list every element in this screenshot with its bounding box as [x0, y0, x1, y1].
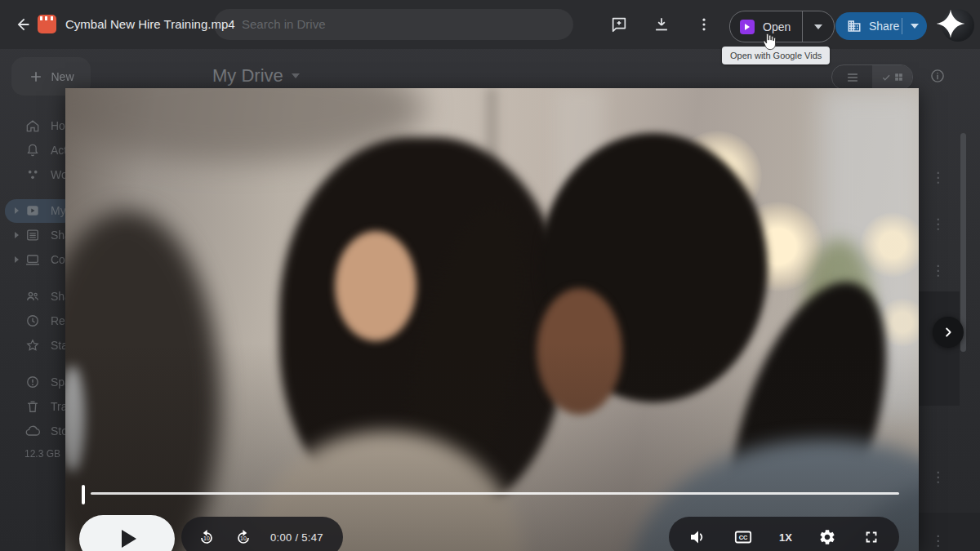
- file-title: Cymbal New Hire Training.mp4: [65, 17, 235, 31]
- plus-icon: [28, 69, 44, 85]
- hand-cursor: [760, 32, 778, 51]
- background-panel: [919, 513, 980, 551]
- cloud-icon: [24, 423, 41, 439]
- share-split-button: Share: [835, 12, 927, 40]
- shared-drives-icon: [24, 227, 41, 243]
- share-button-label: Share: [869, 20, 899, 33]
- chevron-down-icon: [814, 24, 822, 29]
- grid-icon: [893, 72, 904, 82]
- svg-text:10: 10: [203, 535, 210, 541]
- captions-button[interactable]: CC: [733, 527, 753, 547]
- video-player[interactable]: 10 10 0:00 / 5:47 CC 1X: [65, 88, 919, 551]
- chevron-down-icon: [911, 24, 919, 29]
- rewind-10-button[interactable]: 10: [197, 527, 216, 547]
- kebab-menu-icon: [696, 16, 712, 33]
- clock-icon: [24, 313, 41, 329]
- open-with-dropdown-button[interactable]: [803, 11, 834, 42]
- more-options-icon: ⋮: [931, 168, 942, 188]
- player-right-controls: CC 1X: [669, 517, 899, 551]
- next-item-button[interactable]: [933, 317, 964, 348]
- bell-icon: [24, 142, 41, 158]
- check-icon: [881, 73, 891, 82]
- my-drive-heading-label: My Drive: [212, 65, 283, 87]
- more-options-icon: ⋮: [931, 261, 942, 281]
- add-comment-icon: [610, 16, 628, 33]
- play-button[interactable]: [79, 515, 175, 551]
- video-frame-content: [65, 88, 919, 551]
- back-button[interactable]: [11, 12, 36, 37]
- player-left-controls: 10 10 0:00 / 5:47: [181, 517, 343, 551]
- arrow-left-icon: [15, 16, 33, 33]
- video-playhead[interactable]: [82, 485, 85, 504]
- new-button-label: New: [51, 70, 74, 83]
- share-dropdown-button[interactable]: [902, 12, 927, 40]
- drive-video-preview: Search in Drive New My Drive Home Activi…: [0, 0, 980, 551]
- gemini-sparkle-icon: [934, 7, 967, 40]
- more-options-icon: ⋮: [931, 468, 942, 487]
- video-file-icon: [38, 15, 56, 33]
- more-options-icon: ⋮: [931, 215, 942, 234]
- volume-button[interactable]: [688, 527, 707, 547]
- google-vids-icon: [740, 20, 755, 34]
- play-icon: [122, 530, 136, 548]
- people-icon: [24, 288, 41, 304]
- settings-gear-button[interactable]: [818, 528, 836, 546]
- forward-10-button[interactable]: 10: [234, 527, 253, 547]
- more-options-icon: ⋮: [931, 531, 942, 551]
- home-icon: [24, 118, 41, 134]
- expand-caret-icon: [15, 207, 19, 214]
- my-drive-icon: [24, 202, 41, 219]
- download-button[interactable]: [652, 15, 671, 34]
- workspaces-icon: [24, 167, 41, 183]
- download-icon: [653, 16, 670, 33]
- time-display: 0:00 / 5:47: [270, 531, 323, 544]
- share-button[interactable]: Share: [835, 12, 902, 40]
- my-drive-heading: My Drive: [212, 65, 300, 87]
- more-options-button[interactable]: [694, 15, 714, 34]
- info-icon: [929, 68, 946, 84]
- search-placeholder: Search in Drive: [242, 17, 326, 31]
- computer-icon: [24, 251, 41, 268]
- star-icon: [24, 337, 41, 353]
- list-view-icon: [832, 65, 872, 89]
- playback-speed-button[interactable]: 1X: [779, 531, 792, 544]
- svg-text:CC: CC: [739, 534, 748, 541]
- svg-text:10: 10: [240, 535, 247, 541]
- storage-used-label: 12.3 GB: [24, 448, 60, 460]
- spam-icon: [24, 374, 41, 390]
- add-comment-button[interactable]: [609, 15, 629, 34]
- background-panel: [919, 291, 960, 406]
- expand-caret-icon: [15, 232, 19, 238]
- open-split-button: Open: [729, 11, 835, 42]
- expand-caret-icon: [15, 256, 19, 263]
- fullscreen-button[interactable]: [862, 528, 880, 546]
- trash-icon: [24, 398, 41, 415]
- view-toggle: [831, 64, 913, 90]
- video-progress-bar[interactable]: [91, 492, 899, 495]
- chevron-down-icon: [292, 73, 300, 78]
- domain-share-icon: [847, 19, 862, 33]
- chevron-right-icon: [941, 325, 956, 340]
- grid-view-toggle: [872, 65, 912, 89]
- scrollbar: [960, 133, 966, 352]
